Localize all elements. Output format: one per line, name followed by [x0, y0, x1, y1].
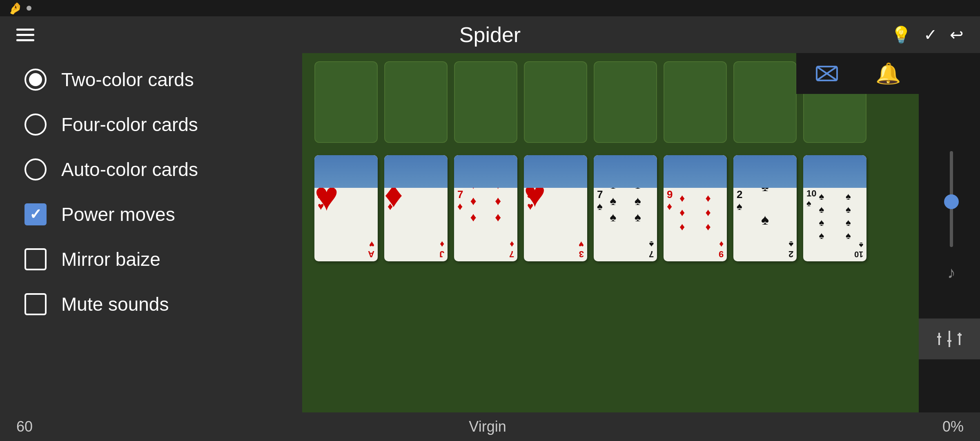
card-rank-br-6: 9♦	[719, 239, 724, 259]
card-blue-top-4	[524, 155, 587, 188]
score-display: 60	[16, 418, 33, 435]
card-blue-top-1	[314, 155, 378, 188]
no-ads-icon	[815, 63, 839, 84]
sidebar: Two-color cards Four-color cards Auto-co…	[0, 16, 302, 441]
checkbox-mirror-baize	[24, 248, 47, 270]
equalizer-button[interactable]	[919, 318, 980, 359]
empty-slot-1[interactable]	[314, 61, 378, 143]
option-two-color[interactable]: Two-color cards	[0, 57, 302, 102]
radio-auto-color	[24, 158, 47, 180]
top-right-row: 🔔	[796, 53, 919, 94]
card-blue-top-8	[803, 155, 866, 188]
option-mirror-baize[interactable]: Mirror baize	[0, 237, 302, 282]
checkbox-power-moves: ✓	[24, 203, 47, 225]
undo-icon[interactable]: ↩	[950, 25, 964, 44]
menu-button[interactable]	[16, 29, 34, 41]
card-rank-tl-8: 10♠	[806, 189, 816, 208]
card-rank-br-2: J♦	[439, 239, 444, 259]
card-rank-tl-4: 3♥	[527, 189, 533, 212]
card-blue-top-7	[733, 155, 797, 188]
label-power-moves: Power moves	[61, 203, 175, 225]
card-jack-diamonds[interactable]: J♦ ♦ J♦	[384, 155, 448, 261]
status-dot	[27, 6, 31, 11]
card-blue-top-3	[454, 155, 517, 188]
status-hand-icon: 🤌	[8, 2, 22, 15]
card-rank-br-3: 7♦	[509, 239, 514, 259]
percent-display: 0%	[942, 418, 964, 435]
status-display: Virgin	[469, 418, 506, 435]
option-mute-sounds[interactable]: Mute sounds	[0, 282, 302, 327]
option-power-moves[interactable]: ✓ Power moves	[0, 192, 302, 237]
card-9-diamonds[interactable]: 9♦ ♦ ♦ ♦ ♦ ♦ ♦ ♦ ♦ 9♦	[664, 155, 727, 261]
equalizer-icon	[935, 329, 964, 349]
bottom-bar: 60 Virgin 0%	[0, 412, 980, 441]
empty-slot-3[interactable]	[454, 61, 517, 143]
card-rank-br-8: 10♠	[854, 241, 863, 259]
label-two-color: Two-color cards	[61, 69, 194, 91]
bell-button[interactable]: 🔔	[858, 53, 919, 94]
page-title: Spider	[459, 22, 521, 47]
no-ads-button[interactable]	[796, 53, 858, 94]
card-7-diamonds[interactable]: 7♦ ♦ ♦ ♦ ♦ ♦ ♦ 7♦	[454, 155, 517, 261]
card-blue-top-2	[384, 155, 448, 188]
card-10-spades[interactable]: 10♠ ♠ ♠ ♠ ♠ ♠ ♠ ♠ ♠ ♠ ♠ 10♠	[803, 155, 866, 261]
card-rank-tl-3: 7♦	[457, 189, 463, 212]
card-blue-top-5	[594, 155, 657, 188]
card-rank-br-4: 3♥	[579, 239, 584, 259]
label-mute-sounds: Mute sounds	[61, 293, 169, 315]
music-note-icon: ♪	[947, 263, 956, 282]
option-auto-color[interactable]: Auto-color cards	[0, 147, 302, 192]
header: Spider 💡 ✓ ↩	[0, 16, 980, 53]
volume-track[interactable]	[950, 151, 953, 247]
checkbox-mute-sounds	[24, 293, 47, 315]
card-rank-tl-6: 9♦	[667, 189, 673, 212]
card-rank-br-7: 2♠	[788, 239, 793, 259]
top-right-buttons: 🔔	[796, 53, 919, 135]
card-ace-hearts[interactable]: A♥ ♥ A♥	[314, 155, 378, 261]
empty-slot-4[interactable]	[524, 61, 587, 143]
checkmark-power-moves: ✓	[29, 207, 42, 222]
card-rank-tl-1: A♥	[318, 189, 325, 212]
cards-row: A♥ ♥ A♥ J♦ ♦ J♦ 7♦ ♦ ♦ ♦ ♦ ♦ ♦ 7♦	[302, 151, 919, 265]
card-3-hearts[interactable]: 3♥ ♥ 3♥	[524, 155, 587, 261]
card-blue-top-6	[664, 155, 727, 188]
option-four-color[interactable]: Four-color cards	[0, 102, 302, 147]
radio-two-color	[24, 69, 47, 91]
radio-two-color-inner	[29, 73, 42, 86]
label-four-color: Four-color cards	[61, 114, 198, 136]
radio-four-color	[24, 114, 47, 136]
card-rank-tl-5: 7♠	[597, 189, 603, 212]
empty-slot-2[interactable]	[384, 61, 448, 143]
header-actions: 💡 ✓ ↩	[891, 25, 964, 45]
status-bar: 🤌	[0, 0, 980, 16]
card-2-spades[interactable]: 2♠ ♠ ♠ 2♠	[733, 155, 797, 261]
check-icon[interactable]: ✓	[924, 25, 938, 44]
empty-slot-5[interactable]	[594, 61, 657, 143]
card-7-spades[interactable]: 7♠ ♠ ♠ ♠ ♠ ♠ ♠ 7♠	[594, 155, 657, 261]
label-auto-color: Auto-color cards	[61, 158, 198, 180]
bell-icon: 🔔	[875, 62, 901, 85]
card-rank-br-5: 7♠	[649, 239, 654, 259]
volume-area: ♪	[931, 151, 972, 282]
empty-slot-7[interactable]	[733, 61, 797, 143]
card-rank-br-1: A♥	[368, 239, 374, 259]
lightbulb-icon[interactable]: 💡	[891, 25, 911, 45]
volume-thumb[interactable]	[944, 194, 959, 209]
card-rank-tl-2: J♦	[388, 189, 393, 212]
empty-slot-6[interactable]	[664, 61, 727, 143]
label-mirror-baize: Mirror baize	[61, 248, 160, 270]
card-rank-tl-7: 2♠	[737, 189, 742, 212]
